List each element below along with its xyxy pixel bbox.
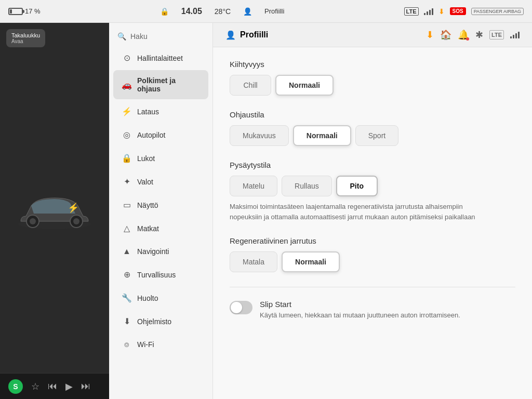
sidebar-item-wifi[interactable]: ⌾ Wi-Fi [113,334,208,355]
ohjaustila-normaali-btn[interactable]: Normaali [293,125,351,146]
home-header-icon[interactable]: 🏠 [440,29,451,41]
ohjaustila-label: Ohjaustila [230,110,515,119]
pysaytystila-description: Maksimoi toimintasäteen laajentamalla re… [230,202,479,222]
divider [230,287,515,287]
car-image: ⚡ [0,23,109,399]
skip-back-icon[interactable]: ⏮ [48,381,57,392]
pysaytystila-pito-btn[interactable]: Pito [336,176,378,196]
content-header-title: 👤 Profiilli [225,30,418,40]
spotify-icon[interactable]: S [8,379,23,394]
ohjaustila-mukavuus-btn[interactable]: Mukavuus [230,125,289,146]
turvallisuus-label: Turvallisuus [137,271,176,279]
sidebar-item-lataus[interactable]: ⚡ Lataus [113,100,208,123]
regeneratiivinen-matala-btn[interactable]: Matala [230,251,277,272]
battery-icon [8,8,23,15]
status-temperature: 28°C [215,7,231,16]
pysaytystila-rullaus-btn[interactable]: Rullaus [282,176,332,196]
sidebar-item-ohjelmisto[interactable]: ⬇ Ohjelmisto [113,310,208,332]
wifi-label: Wi-Fi [137,340,154,349]
settings-content: Kiihtyvyys Chill Normaali Ohjaustila Muk… [213,47,532,337]
pysaytystila-matelu-btn[interactable]: Matelu [230,176,277,196]
car-panel: Takaluukku Avaa ⚡ S ☆ [0,23,109,399]
kiihtyvyys-normaali-btn[interactable]: Normaali [275,75,334,96]
kiihtyvyys-label: Kiihtyvyys [230,60,515,69]
sidebar-item-autopilot[interactable]: ◎ Autopilot [113,124,208,146]
kiihtyvyys-group: Kiihtyvyys Chill Normaali [230,60,515,96]
content-panel: 👤 Profiilli ⬇ 🏠 🔔 ✱ LTE [213,23,532,399]
huolto-label: Huolto [137,294,158,302]
slip-start-row: Slip Start Käytä lumeen, hiekkaan tai mu… [230,300,515,320]
naytto-icon: ▭ [122,200,132,210]
sidebar-item-matkat[interactable]: △ Matkat [113,217,208,240]
slip-start-title: Slip Start [260,300,460,309]
sos-button[interactable]: SOS [450,7,466,15]
bell-header-icon[interactable]: 🔔 [458,29,469,41]
sidebar: 🔍 Haku ⊙ Hallintalaitteet 🚗 Polkimet ja … [109,23,213,399]
regeneratiivinen-label: Regeneratiivinen jarrutus [230,236,515,245]
lte-badge: LTE [404,7,419,16]
regeneratiivinen-normaali-btn[interactable]: Normaali [282,251,340,272]
pysaytystila-label: Pysäytystila [230,161,515,169]
search-icon: 🔍 [117,32,126,41]
header-title-text: Profiilli [240,30,268,39]
status-time: 14.05 [181,7,202,16]
pysaytystila-options: Matelu Rullaus Pito [230,176,515,196]
status-profile-label: Profiilli [264,7,284,15]
sidebar-item-naytto[interactable]: ▭ Näyttö [113,194,208,216]
lukot-label: Lukot [137,154,155,163]
wifi-icon: ⌾ [122,340,132,349]
status-right: LTE ⬇ SOS PASSENGER AIRBAG [404,7,524,16]
naytto-label: Näyttö [137,201,158,209]
car-svg: ⚡ [13,188,96,234]
ohjelmisto-label: Ohjelmisto [137,317,171,326]
download-header-icon[interactable]: ⬇ [426,29,434,41]
slip-start-toggle[interactable] [230,301,252,314]
lukot-icon: 🔒 [122,153,132,163]
play-icon[interactable]: ▶ [65,381,73,392]
sidebar-item-navigointi[interactable]: ▲ Navigointi [113,241,208,262]
ohjaustila-sport-btn[interactable]: Sport [355,125,398,146]
player-bar: S ☆ ⏮ ▶ ⏭ [0,373,109,399]
content-header: 👤 Profiilli ⬇ 🏠 🔔 ✱ LTE [213,23,532,47]
skip-forward-icon[interactable]: ⏭ [81,381,90,392]
autopilot-label: Autopilot [137,131,165,139]
main-layout: Takaluukku Avaa ⚡ S ☆ [0,23,532,399]
ohjaustila-group: Ohjaustila Mukavuus Normaali Sport [230,110,515,146]
svg-point-2 [30,218,36,224]
slip-start-description: Käytä lumeen, hiekkaan tai mutaan juuttu… [260,311,460,320]
sidebar-item-turvallisuus[interactable]: ⊕ Turvallisuus [113,263,208,286]
lock-icon: 🔒 [160,7,169,16]
battery-percentage: 17 % [25,7,41,15]
sidebar-item-polkimet[interactable]: 🚗 Polkimet ja ohjaus [113,70,208,99]
matkat-icon: △ [122,223,132,233]
bluetooth-header-icon[interactable]: ✱ [475,29,483,41]
pysaytystila-group: Pysäytystila Matelu Rullaus Pito Maksimo… [230,161,515,222]
kiihtyvyys-chill-btn[interactable]: Chill [230,75,271,96]
battery-indicator: 17 % [8,7,41,15]
hallintalaitteet-label: Hallintalaitteet [137,54,183,62]
status-bar: 17 % 🔒 14.05 28°C 👤 Profiilli LTE ⬇ SOS … [0,0,532,23]
navigointi-label: Navigointi [137,247,169,256]
download-icon: ⬇ [438,7,445,16]
turvallisuus-icon: ⊕ [122,270,132,280]
lataus-icon: ⚡ [122,107,132,116]
navigointi-icon: ▲ [122,247,132,256]
regeneratiivinen-group: Regeneratiivinen jarrutus Matala Normaal… [230,236,515,272]
hallintalaitteet-icon: ⊙ [122,53,132,63]
sidebar-item-hallintalaitteet[interactable]: ⊙ Hallintalaitteet [113,47,208,69]
notification-dot [466,37,469,41]
sidebar-item-huolto[interactable]: 🔧 Huolto [113,287,208,309]
svg-text:⚡: ⚡ [68,202,79,214]
lataus-label: Lataus [137,108,159,116]
regeneratiivinen-options: Matala Normaali [230,251,515,272]
lte-header-icon[interactable]: LTE [489,30,504,39]
signal-bars-header [510,31,520,38]
valot-icon: ✦ [122,177,132,187]
huolto-icon: 🔧 [122,293,132,303]
sidebar-search[interactable]: 🔍 Haku [109,27,212,46]
sidebar-item-valot[interactable]: ✦ Valot [113,170,208,193]
status-center: 🔒 14.05 28°C 👤 Profiilli [49,7,396,16]
sidebar-item-lukot[interactable]: 🔒 Lukot [113,147,208,169]
star-icon[interactable]: ☆ [31,381,39,392]
autopilot-icon: ◎ [122,130,132,140]
